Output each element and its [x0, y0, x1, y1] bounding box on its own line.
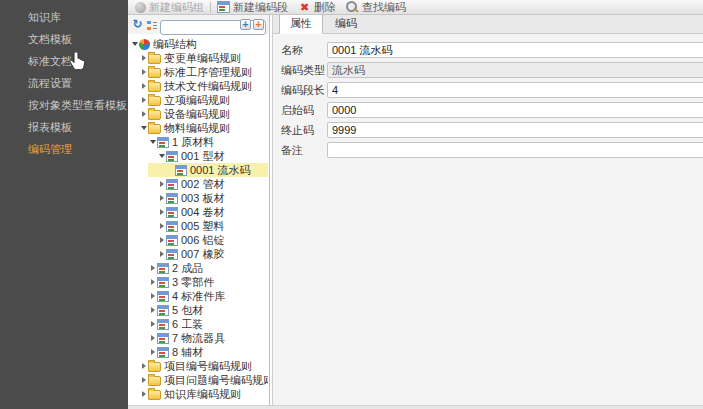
tree-node[interactable]: 项目问题编号编码规则 — [128, 373, 268, 387]
folder-icon — [148, 96, 161, 106]
code-structure-tree: 编码结构变更单编码规则标准工序管理规则技术文件编码规则立项编码规则设备编码规则物… — [128, 36, 268, 405]
expand-arrow-icon[interactable] — [148, 265, 157, 271]
collapse-arrow-icon[interactable] — [157, 154, 166, 158]
document-icon — [157, 277, 169, 288]
tree-node[interactable]: 002 管材 — [128, 177, 268, 191]
expand-arrow-icon[interactable] — [139, 83, 148, 89]
tree-node[interactable]: 设备编码规则 — [128, 107, 268, 121]
tree-node[interactable]: 1 原材料 — [128, 135, 268, 149]
tree-node[interactable]: 0001 流水码 — [128, 163, 268, 177]
toolbar-button-label: 查找编码 — [362, 0, 406, 15]
tree-node-label: 8 辅材 — [172, 345, 203, 360]
collapse-arrow-icon[interactable] — [139, 126, 148, 130]
find-code-button[interactable]: 查找编码 — [341, 0, 411, 15]
expand-arrow-icon[interactable] — [139, 111, 148, 117]
expand-arrow-icon[interactable] — [139, 55, 148, 61]
new-code-group-button: 新建编码组 — [130, 0, 209, 15]
search-next-icon[interactable]: + — [240, 19, 251, 30]
delete-button[interactable]: 删除 — [293, 0, 341, 15]
collapse-arrow-icon[interactable] — [148, 140, 157, 144]
document-icon — [175, 165, 187, 176]
field-label: 名称 — [281, 43, 327, 58]
search-prev-icon[interactable]: + — [253, 19, 264, 30]
document-icon — [157, 333, 169, 344]
field-label: 启始码 — [281, 103, 327, 118]
expand-arrow-icon[interactable] — [157, 237, 166, 243]
tree-node[interactable]: 2 成品 — [128, 261, 268, 275]
tree-node[interactable]: 004 卷材 — [128, 205, 268, 219]
expand-arrow-icon[interactable] — [139, 391, 148, 397]
expand-arrow-icon[interactable] — [157, 195, 166, 201]
tree-node[interactable]: 知识库编码规则 — [128, 387, 268, 401]
sidebar-item-process-settings[interactable]: 流程设置 — [0, 72, 128, 94]
remark-field[interactable] — [327, 142, 703, 158]
expand-arrow-icon[interactable] — [157, 181, 166, 187]
tree-node[interactable]: 编码结构 — [128, 37, 268, 51]
expand-arrow-icon[interactable] — [139, 363, 148, 369]
tree-node[interactable]: 物料编码规则 — [128, 121, 268, 135]
tree-node-label: 001 型材 — [181, 149, 224, 164]
tree-node[interactable]: 3 零部件 — [128, 275, 268, 289]
toolbar-button-label: 新建编码组 — [149, 0, 204, 15]
document-icon — [166, 193, 178, 204]
tab-properties[interactable]: 属性 — [279, 15, 323, 34]
tree-node[interactable]: 8 辅材 — [128, 345, 268, 359]
tree-node-label: 4 标准件库 — [172, 289, 225, 304]
tab-coding[interactable]: 编码 — [325, 15, 367, 33]
tree-node-label: 7 物流器具 — [172, 331, 225, 346]
code-type-field[interactable] — [327, 62, 703, 78]
tab-bar: 属性编码 — [273, 15, 703, 34]
document-icon — [166, 235, 178, 246]
collapse-arrow-icon[interactable] — [130, 42, 139, 46]
document-icon — [166, 179, 178, 190]
tree-node-label: 物料编码规则 — [164, 121, 230, 136]
tree-node[interactable]: 001 型材 — [128, 149, 268, 163]
sidebar-item-knowledge-base[interactable]: 知识库 — [0, 6, 128, 28]
segment-length-field[interactable] — [327, 82, 703, 98]
document-icon — [157, 347, 169, 358]
expand-arrow-icon[interactable] — [139, 97, 148, 103]
sidebar-item-document-templates[interactable]: 文档模板 — [0, 28, 128, 50]
tree-node[interactable]: 立项编码规则 — [128, 93, 268, 107]
form-row: 名称 — [281, 40, 703, 60]
expand-arrow-icon[interactable] — [148, 335, 157, 341]
expand-arrow-icon[interactable] — [148, 307, 157, 313]
expand-arrow-icon[interactable] — [148, 349, 157, 355]
expand-arrow-icon[interactable] — [157, 223, 166, 229]
tree-node[interactable]: 项目编号编码规则 — [128, 359, 268, 373]
new-code-segment-button[interactable]: 新建编码段 — [212, 0, 293, 15]
expand-arrow-icon[interactable] — [139, 377, 148, 383]
expand-arrow-icon[interactable] — [157, 209, 166, 215]
sidebar-item-templates-by-object-type[interactable]: 按对象类型查看模板 — [0, 94, 128, 116]
tree-node-label: 006 铝锭 — [181, 233, 224, 248]
tree-node-label: 005 塑料 — [181, 219, 224, 234]
tree-node[interactable]: 7 物流器具 — [128, 331, 268, 345]
tree-node[interactable]: 6 工装 — [128, 317, 268, 331]
tree-node[interactable]: 技术文件编码规则 — [128, 79, 268, 93]
tree-node-label: 知识库编码规则 — [164, 387, 241, 402]
tree-node[interactable]: 5 包材 — [128, 303, 268, 317]
expand-arrow-icon[interactable] — [157, 251, 166, 257]
tree-node[interactable]: 4 标准件库 — [128, 289, 268, 303]
app-window: 知识库文档模板标准文档流程设置按对象类型查看模板报表模板编码管理 新建编码组新建… — [0, 0, 703, 409]
sidebar-item-code-management[interactable]: 编码管理 — [0, 138, 128, 160]
expand-arrow-icon[interactable] — [148, 293, 157, 299]
tree-node[interactable]: 007 橡胶 — [128, 247, 268, 261]
tree-node[interactable]: 标准工序管理规则 — [128, 65, 268, 79]
document-icon — [157, 305, 169, 316]
name-field[interactable] — [327, 42, 703, 58]
tree-node[interactable]: 006 铝锭 — [128, 233, 268, 247]
toolbar-button-label: 删除 — [314, 0, 336, 15]
sidebar-item-report-templates[interactable]: 报表模板 — [0, 116, 128, 138]
tree-node[interactable]: 003 板材 — [128, 191, 268, 205]
tree-sort-icon[interactable] — [146, 19, 158, 31]
sidebar-item-standard-documents[interactable]: 标准文档 — [0, 50, 128, 72]
expand-arrow-icon[interactable] — [148, 279, 157, 285]
tree-node[interactable]: 005 塑料 — [128, 219, 268, 233]
end-code-field[interactable] — [327, 122, 703, 138]
expand-arrow-icon[interactable] — [139, 69, 148, 75]
tree-node[interactable]: 变更单编码规则 — [128, 51, 268, 65]
start-code-field[interactable] — [327, 102, 703, 118]
refresh-icon[interactable] — [131, 18, 144, 31]
expand-arrow-icon[interactable] — [148, 321, 157, 327]
